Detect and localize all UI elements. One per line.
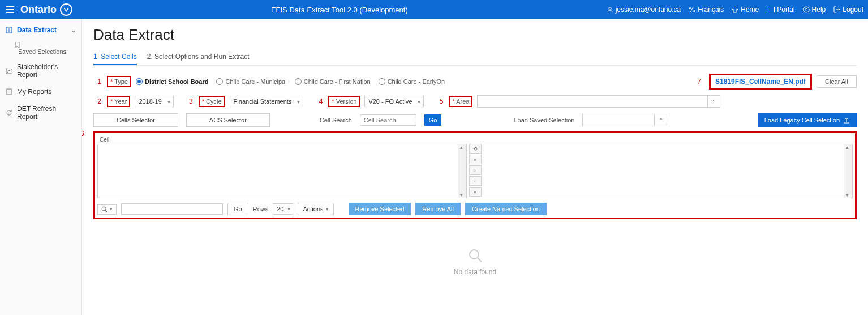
version-select[interactable]: V20 - FO Active bbox=[364, 96, 424, 107]
home-link[interactable]: Home bbox=[732, 6, 759, 14]
cycle-label: Cycle bbox=[199, 96, 225, 107]
remove-selected-button[interactable]: Remove Selected bbox=[349, 203, 411, 215]
grid-toolbar: ▾ Go Rows 20 Actions ▾ Remove Selected R… bbox=[97, 203, 853, 215]
chevron-up-icon[interactable]: ⌃ bbox=[707, 96, 720, 107]
acs-selector-button[interactable]: ACS Selector bbox=[186, 113, 270, 127]
radio-child-care-first-nation[interactable]: Child Care - First Nation bbox=[295, 78, 371, 85]
portal-link[interactable]: Portal bbox=[767, 6, 794, 14]
chart-icon bbox=[6, 67, 12, 74]
sidebar-item-label: Data Extract bbox=[17, 26, 57, 34]
help-icon: ? bbox=[803, 6, 810, 13]
refresh-icon bbox=[6, 109, 12, 116]
chevron-down-icon: ▾ bbox=[326, 206, 329, 212]
search-dropdown[interactable]: ▾ bbox=[97, 204, 117, 215]
annotation-7: 7 bbox=[697, 78, 701, 86]
bookmark-icon bbox=[15, 42, 76, 48]
user-link[interactable]: jessie.ma@ontario.ca bbox=[607, 6, 681, 14]
move-all-right-icon[interactable]: » bbox=[469, 155, 482, 164]
create-named-selection-button[interactable]: Create Named Selection bbox=[465, 203, 547, 215]
grid-search-input[interactable] bbox=[121, 203, 223, 215]
annotation-4: 4 bbox=[315, 97, 323, 105]
scrollbar[interactable] bbox=[844, 144, 852, 198]
tab-select-cells[interactable]: 1. Select Cells bbox=[93, 49, 137, 65]
sidebar-item-saved-selections[interactable]: Saved Selections bbox=[0, 39, 81, 58]
annotation-5: 5 bbox=[435, 97, 443, 105]
help-link[interactable]: ? Help bbox=[803, 6, 826, 14]
cell-label: Cell bbox=[97, 135, 853, 144]
reset-icon[interactable]: ⟲ bbox=[469, 144, 482, 154]
selected-cells-list[interactable] bbox=[484, 144, 853, 198]
cell-selection-area: 6 Cell ⟲ » › ‹ « bbox=[93, 131, 857, 219]
extract-icon bbox=[6, 27, 12, 33]
app-title: EFIS Data Extract Tool 2.0 (Development) bbox=[72, 6, 607, 14]
svg-point-7 bbox=[470, 250, 479, 259]
empty-state: No data found bbox=[93, 219, 857, 287]
remove-all-button[interactable]: Remove All bbox=[415, 203, 461, 215]
logout-link[interactable]: Logout bbox=[833, 6, 863, 14]
radio-child-care-municipal[interactable]: Child Care - Municipal bbox=[216, 78, 286, 85]
load-saved-label: Load Saved Selection bbox=[514, 117, 574, 124]
cells-selector-button[interactable]: Cells Selector bbox=[93, 113, 178, 127]
sidebar-item-data-extract[interactable]: Data Extract ⌄ bbox=[0, 22, 81, 39]
actions-button[interactable]: Actions ▾ bbox=[298, 203, 333, 215]
svg-point-6 bbox=[102, 207, 106, 211]
pdf-link[interactable]: S1819FIS_CellName_EN.pdf bbox=[709, 74, 812, 90]
type-label: Type bbox=[107, 76, 131, 87]
move-right-icon[interactable]: › bbox=[469, 165, 482, 175]
type-radio-group: District School Board Child Care - Munic… bbox=[136, 78, 445, 85]
sidebar-item-label: My Reports bbox=[17, 88, 51, 96]
svg-rect-5 bbox=[7, 89, 11, 95]
year-select[interactable]: 2018-19 bbox=[135, 96, 173, 107]
sidebar-item-det-refresh[interactable]: DET Refresh Report bbox=[0, 100, 81, 125]
svg-rect-1 bbox=[767, 7, 775, 12]
scrollbar[interactable] bbox=[458, 144, 466, 198]
cell-search-go-button[interactable]: Go bbox=[424, 114, 442, 126]
year-label: Year bbox=[107, 96, 130, 107]
area-select[interactable]: ⌃ bbox=[477, 95, 720, 108]
sidebar-item-label: Stakeholder's Report bbox=[17, 63, 76, 79]
tab-select-options[interactable]: 2. Select Options and Run Extract bbox=[147, 49, 250, 65]
available-cells-list[interactable] bbox=[97, 144, 467, 198]
svg-text:?: ? bbox=[805, 7, 807, 12]
home-icon bbox=[732, 6, 738, 13]
radio-child-care-earlyon[interactable]: Child Care - EarlyOn bbox=[379, 78, 445, 85]
cell-search-label: Cell Search bbox=[320, 117, 352, 124]
portal-icon bbox=[767, 7, 775, 12]
load-legacy-button[interactable]: Load Legacy Cell Selection bbox=[758, 113, 857, 127]
cycle-select[interactable]: Financial Statements bbox=[230, 96, 304, 107]
search-icon bbox=[101, 206, 108, 212]
chevron-down-icon: ▾ bbox=[110, 206, 113, 212]
load-saved-select[interactable]: ⌃ bbox=[582, 114, 667, 126]
move-all-left-icon[interactable]: « bbox=[469, 187, 482, 197]
filter-row-2: 2 Year 2018-19 3 Cycle Financial Stateme… bbox=[93, 95, 857, 108]
sidebar-item-label: Saved Selections bbox=[18, 48, 66, 55]
cell-search-input[interactable] bbox=[360, 114, 416, 126]
brand-text: Ontario bbox=[20, 4, 57, 16]
move-left-icon[interactable]: ‹ bbox=[469, 176, 482, 186]
sidebar-item-stakeholder-report[interactable]: Stakeholder's Report bbox=[0, 58, 81, 83]
annotation-1: 1 bbox=[93, 78, 101, 86]
radio-district-school-board[interactable]: District School Board bbox=[136, 78, 208, 85]
globe-icon: ᴬ⁄ₐ bbox=[689, 6, 695, 14]
selectors-row: Cells Selector ACS Selector Cell Search … bbox=[93, 113, 857, 127]
lang-link[interactable]: ᴬ⁄ₐ Français bbox=[689, 6, 724, 14]
menu-icon[interactable] bbox=[5, 4, 16, 15]
main-content: Data Extract 1. Select Cells 2. Select O… bbox=[82, 19, 868, 315]
annotation-6: 6 bbox=[82, 130, 84, 138]
rows-label: Rows bbox=[253, 206, 269, 212]
brand: Ontario bbox=[20, 3, 72, 16]
page-title: Data Extract bbox=[93, 26, 857, 44]
sidebar-item-my-reports[interactable]: My Reports bbox=[0, 83, 81, 100]
annotation-3: 3 bbox=[185, 97, 193, 105]
filter-row-type: 1 Type District School Board Child Care … bbox=[93, 74, 857, 90]
ontario-logo-icon bbox=[60, 3, 72, 16]
svg-point-0 bbox=[608, 7, 611, 10]
annotation-2: 2 bbox=[93, 97, 101, 105]
clear-all-button[interactable]: Clear All bbox=[817, 75, 857, 88]
rows-select[interactable]: 20 bbox=[273, 203, 293, 215]
app-header: Ontario EFIS Data Extract Tool 2.0 (Deve… bbox=[0, 0, 868, 19]
area-label: Area bbox=[449, 96, 472, 107]
grid-go-button[interactable]: Go bbox=[227, 203, 248, 215]
chevron-up-icon[interactable]: ⌃ bbox=[654, 114, 667, 126]
sidebar-item-label: DET Refresh Report bbox=[17, 105, 76, 121]
